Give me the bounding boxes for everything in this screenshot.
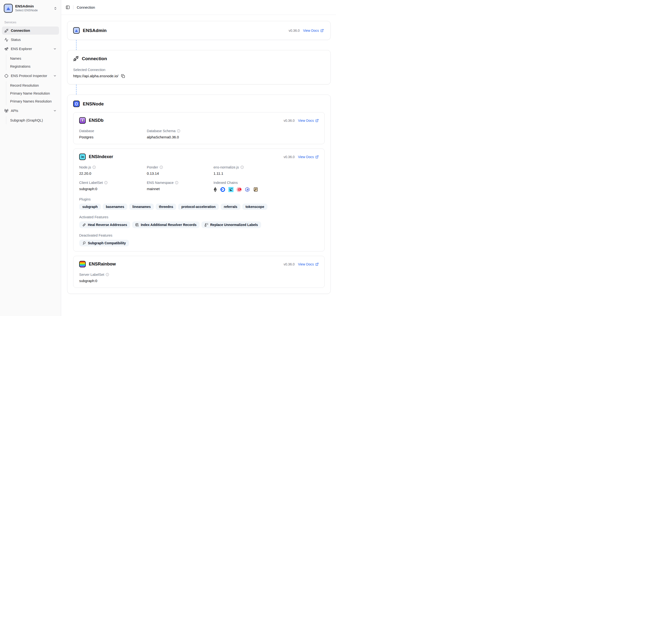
- ensadmin-version: v0.36.0: [289, 29, 299, 32]
- ensdb-card: ENSDb v0.36.0 View Docs: [73, 112, 325, 144]
- field-nodejs: Node.js 22.20.0: [79, 165, 147, 175]
- ensindexer-card: ENSIndexer v0.36.0 View Docs: [73, 148, 325, 251]
- ensrainbow-view-docs-link[interactable]: View Docs: [298, 262, 319, 266]
- ensadmin-logo-icon: [4, 4, 13, 13]
- field-ponder: Ponder 0.13.14: [147, 165, 214, 175]
- card-connector: [76, 40, 331, 50]
- arbitrum-icon[interactable]: [245, 187, 250, 192]
- ensnode-card: ENSNode ENSDb: [67, 95, 331, 294]
- sidebar-item-ens-explorer[interactable]: ENS Explorer: [2, 45, 59, 53]
- sidebar-item-ens-protocol-inspector[interactable]: ENS Protocol Inspector: [2, 72, 59, 80]
- content: ENSAdmin v0.36.0 View Docs: [61, 15, 336, 316]
- unplug-icon: [4, 29, 8, 33]
- ensdb-card-title: ENSDb: [89, 118, 103, 123]
- scroll-icon[interactable]: [253, 187, 258, 192]
- plugins-label: Plugins: [79, 197, 319, 201]
- ensadmin-card-title: ENSAdmin: [83, 28, 106, 33]
- plugins-list: subgraph basenames lineanames threedns p…: [79, 203, 319, 210]
- ensrainbow-version: v0.36.0: [284, 262, 295, 266]
- activity-icon: [4, 38, 8, 42]
- chevron-down-icon: [53, 74, 56, 77]
- sidebar-item-subgraph-graphql[interactable]: Subgraph (GraphQL): [7, 116, 59, 124]
- ensindexer-view-docs-link[interactable]: View Docs: [298, 155, 319, 159]
- sidebar-submenu-protocol-inspector: Record Resolution Primary Name Resolutio…: [6, 81, 59, 105]
- external-link-icon: [315, 263, 319, 266]
- activated-features-label: Activated Features: [79, 215, 319, 219]
- ensdb-version: v0.36.0: [284, 119, 295, 122]
- ensadmin-view-docs-link[interactable]: View Docs: [303, 29, 324, 32]
- ensadmin-card: ENSAdmin v0.36.0 View Docs: [67, 21, 331, 40]
- sidebar-item-registrations[interactable]: Registrations: [7, 62, 59, 70]
- chevron-down-icon: [53, 109, 56, 113]
- selected-connection-label: Selected Connection: [73, 68, 324, 72]
- base-icon[interactable]: [220, 187, 225, 192]
- field-indexed-chains: Indexed Chains: [214, 181, 319, 192]
- connection-card-title: Connection: [82, 56, 107, 62]
- sidebar-submenu-ens-explorer: Names Registrations: [6, 54, 59, 70]
- chevrons-up-down-icon: [54, 7, 57, 10]
- feature-badge-replace-unnormalized-labels: Replace Unnormalized Labels: [201, 221, 261, 228]
- ensadmin-logo-icon: [73, 27, 80, 34]
- sidebar-item-label: Status: [11, 38, 21, 42]
- feature-badge-subgraph-compatibility: Subgraph Compatibility: [79, 240, 129, 246]
- field-client-labelset: Client LabelSet subgraph:0: [79, 181, 147, 192]
- sidebar-item-connection[interactable]: Connection: [2, 26, 59, 35]
- optimism-icon[interactable]: [237, 187, 242, 192]
- ensrainbow-card: ENSRainbow v0.36.0 View Docs: [73, 256, 325, 288]
- sidebar-group-label: Services: [2, 21, 59, 24]
- ethereum-icon[interactable]: [214, 187, 217, 192]
- plugin-badge: threedns: [156, 203, 176, 210]
- field-database-schema: Database Schema alphaSchema0.36.0: [147, 129, 214, 139]
- sidebar-item-label: ENS Protocol Inspector: [11, 74, 47, 78]
- telescope-icon: [4, 47, 8, 51]
- database-plus-icon: [135, 223, 139, 227]
- breadcrumb-divider: [73, 5, 73, 9]
- plugin-badge: basenames: [103, 203, 127, 210]
- plugin-badge: protocol-acceleration: [178, 203, 219, 210]
- ensindexer-card-title: ENSIndexer: [89, 154, 113, 159]
- ensrainbow-card-title: ENSRainbow: [89, 262, 116, 267]
- diamond-icon: [4, 74, 8, 78]
- field-server-labelset: Server LabelSet subgraph:0: [79, 273, 319, 283]
- ensrainbow-logo-icon: [79, 261, 86, 267]
- deactivated-features-list: Subgraph Compatibility: [79, 240, 319, 246]
- linea-icon[interactable]: [229, 187, 234, 192]
- app-subtitle: Select ENSNode: [15, 9, 51, 13]
- card-connector: [76, 84, 331, 95]
- sidebar-toggle-button[interactable]: [66, 5, 70, 9]
- info-icon[interactable]: [106, 273, 109, 276]
- feature-badge-index-additional-resolver-records: Index Additional Resolver Records: [132, 221, 199, 228]
- sidebar-item-primary-names-resolution[interactable]: Primary Names Resolution: [7, 97, 59, 105]
- sidebar-item-record-resolution[interactable]: Record Resolution: [7, 81, 59, 89]
- info-icon[interactable]: [175, 181, 178, 184]
- field-ens-namespace: ENS Namespace mainnet: [147, 181, 214, 192]
- info-icon[interactable]: [92, 166, 96, 169]
- info-icon[interactable]: [160, 166, 163, 169]
- replace-icon: [205, 223, 208, 227]
- workspace-switcher[interactable]: ENSAdmin Select ENSNode: [2, 2, 59, 14]
- ensdb-view-docs-link[interactable]: View Docs: [298, 119, 319, 122]
- search-icon: [82, 241, 86, 245]
- info-icon[interactable]: [177, 129, 180, 132]
- external-link-icon: [315, 119, 319, 122]
- sidebar: ENSAdmin Select ENSNode Services Connect…: [0, 0, 61, 316]
- main-area: Connection ENSAdmin v0.36.0 View Docs: [61, 0, 336, 316]
- ensnode-logo-icon: [73, 101, 80, 107]
- copy-icon[interactable]: [121, 74, 125, 78]
- field-ens-normalize: ens-normalize.js 1.11.1: [214, 165, 319, 175]
- sidebar-item-names[interactable]: Names: [7, 54, 59, 62]
- ensindexer-version: v0.36.0: [284, 155, 295, 159]
- sidebar-item-label: ENS Explorer: [11, 47, 32, 51]
- plugin-badge: lineanames: [129, 203, 154, 210]
- bandage-icon: [82, 223, 86, 227]
- radio-tower-icon: [4, 109, 8, 113]
- topbar: Connection: [61, 0, 336, 15]
- info-icon[interactable]: [240, 166, 244, 169]
- ensdb-logo-icon: [79, 117, 86, 124]
- info-icon[interactable]: [104, 181, 107, 184]
- sidebar-item-primary-name-resolution[interactable]: Primary Name Resolution: [7, 89, 59, 97]
- sidebar-item-status[interactable]: Status: [2, 35, 59, 44]
- chevron-down-icon: [53, 47, 56, 51]
- sidebar-item-apis[interactable]: APIs: [2, 106, 59, 115]
- connection-card: Connection Selected Connection https://a…: [67, 50, 331, 84]
